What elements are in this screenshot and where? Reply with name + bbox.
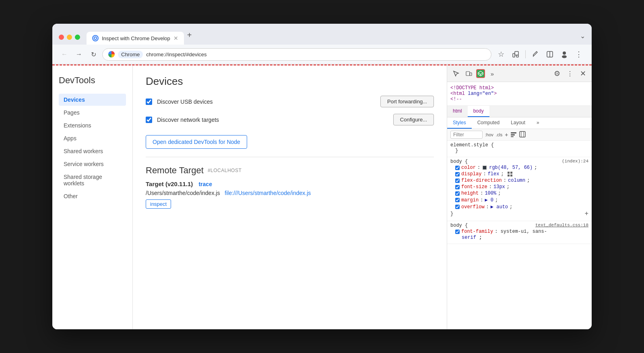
- styles-filter-input[interactable]: [450, 131, 483, 139]
- sidebar-item-devices[interactable]: Devices: [59, 94, 126, 106]
- select-element-button[interactable]: [450, 68, 462, 79]
- color-swatch: [483, 166, 487, 170]
- element-style-block: element.style { }: [447, 141, 592, 157]
- inspect-mode-button[interactable]: [519, 131, 526, 139]
- browser-toolbar: ← → ↻ Chrome chrome://inspect/#devices ☆…: [52, 45, 592, 64]
- dom-preview: <!DOCTYPE html> <html lang="en"> <!--: [447, 82, 592, 106]
- close-devtools-button[interactable]: ✕: [577, 68, 588, 79]
- svg-rect-3: [515, 51, 518, 55]
- toolbar-icons: ☆ ⋮: [495, 48, 585, 61]
- pseudo-class-button[interactable]: :hov: [485, 132, 493, 137]
- body-selector-1: body {: [450, 159, 468, 164]
- html-tab[interactable]: html: [447, 106, 468, 117]
- device-toolbar-button[interactable]: [463, 68, 475, 79]
- configure-button[interactable]: Configure...: [393, 114, 434, 125]
- sidebar-item-extensions[interactable]: Extensions: [59, 119, 126, 131]
- tab-list-button[interactable]: ⌄: [580, 32, 585, 45]
- svg-point-7: [563, 51, 566, 55]
- localhost-badge: #LOCALHOST: [208, 168, 242, 173]
- pipette-button[interactable]: [529, 48, 542, 61]
- minimize-window-button[interactable]: [67, 35, 72, 40]
- forward-button[interactable]: →: [73, 49, 85, 60]
- add-style-button[interactable]: +: [584, 210, 588, 218]
- usb-devices-row: Discover USB devices Port forwarding...: [146, 96, 434, 107]
- file-url-link[interactable]: file:///Users/stmarthe/code/index.js: [225, 190, 311, 196]
- network-targets-checkbox[interactable]: [146, 117, 152, 123]
- style-prop-font-family: font-family : system-ui, sans-: [450, 228, 588, 235]
- svg-rect-4: [516, 55, 518, 57]
- devtools-link-wrapper: Open dedicated DevTools for Node: [146, 132, 434, 149]
- style-prop-overflow: overflow : ▶ auto ;: [450, 203, 588, 210]
- svg-line-16: [481, 74, 483, 76]
- more-options-button[interactable]: ⋮: [564, 68, 576, 79]
- prop-checkbox-height[interactable]: [455, 191, 460, 196]
- maximize-window-button[interactable]: [75, 35, 80, 40]
- page-content: DevTools Devices Pages Extensions Apps S…: [52, 66, 447, 329]
- url-text: chrome://inspect/#devices: [146, 51, 485, 57]
- body-tab[interactable]: body: [468, 106, 489, 117]
- svg-marker-11: [478, 71, 483, 74]
- style-tabs: Styles Computed Layout »: [447, 117, 592, 129]
- page-title: Devices: [146, 75, 434, 88]
- open-devtools-node-button[interactable]: Open dedicated DevTools for Node: [146, 135, 247, 149]
- new-tab-button[interactable]: +: [187, 31, 192, 45]
- tab-close-button[interactable]: ✕: [173, 35, 178, 41]
- back-button[interactable]: ←: [59, 49, 70, 60]
- sidebar-item-apps[interactable]: Apps: [59, 132, 126, 144]
- bookmark-button[interactable]: ☆: [495, 48, 508, 61]
- reload-button[interactable]: ↻: [88, 49, 99, 60]
- prop-checkbox-overflow[interactable]: [455, 205, 460, 209]
- color-format-button[interactable]: [510, 131, 517, 139]
- close-window-button[interactable]: [59, 35, 64, 40]
- menu-button[interactable]: ⋮: [572, 48, 585, 61]
- add-property-button[interactable]: +: [505, 131, 508, 138]
- prop-checkbox-display[interactable]: [455, 172, 460, 176]
- svg-rect-26: [510, 174, 512, 176]
- more-tabs-button[interactable]: »: [531, 117, 545, 129]
- prop-checkbox-flex-dir[interactable]: [455, 179, 460, 183]
- style-prop-font-size: font-size : 13px ;: [450, 184, 588, 190]
- sidebar-item-shared-storage[interactable]: Shared storage worklets: [59, 171, 126, 189]
- more-tools-button[interactable]: »: [487, 68, 498, 79]
- style-prop-display: display : flex ;: [450, 171, 588, 177]
- computed-tab[interactable]: Computed: [472, 117, 505, 129]
- active-tab[interactable]: Inspect with Chrome Develop ✕: [87, 32, 184, 45]
- tab-title: Inspect with Chrome Develop: [102, 35, 170, 41]
- chrome-logo-icon: [108, 51, 115, 57]
- body-style-block-1: body { (index):24 color : rgb(48, 57, 66…: [447, 157, 592, 221]
- extensions-button[interactable]: [509, 48, 522, 61]
- sidebar: DevTools Devices Pages Extensions Apps S…: [52, 66, 133, 329]
- class-button[interactable]: .cls: [496, 132, 503, 137]
- svg-rect-24: [510, 172, 512, 174]
- svg-line-15: [478, 74, 481, 76]
- traffic-lights: [59, 35, 80, 45]
- usb-devices-label: Discover USB devices: [157, 99, 380, 105]
- body-source-2: text_defaults.css:18: [535, 223, 588, 228]
- sidebar-item-shared-workers[interactable]: Shared workers: [59, 145, 126, 157]
- split-view-button[interactable]: [543, 48, 556, 61]
- svg-rect-18: [511, 134, 515, 135]
- prop-checkbox-margin[interactable]: [455, 198, 460, 202]
- styles-tab[interactable]: Styles: [447, 117, 472, 129]
- flex-icon: [507, 171, 513, 177]
- sidebar-item-service-workers[interactable]: Service workers: [59, 158, 126, 170]
- profile-button[interactable]: [558, 48, 571, 61]
- settings-button[interactable]: ⚙: [551, 68, 563, 79]
- tab-favicon: [92, 35, 99, 41]
- prop-checkbox-font-family[interactable]: [455, 230, 460, 234]
- svg-rect-23: [508, 172, 510, 174]
- prop-checkbox-font-size[interactable]: [455, 185, 460, 189]
- trace-link[interactable]: trace: [198, 181, 212, 187]
- 3d-view-button[interactable]: [476, 69, 485, 78]
- inspect-button[interactable]: inspect: [146, 199, 171, 209]
- style-prop-height: height : 100% ;: [450, 190, 588, 197]
- layout-tab[interactable]: Layout: [505, 117, 531, 129]
- usb-devices-checkbox[interactable]: [146, 99, 152, 105]
- prop-checkbox-color[interactable]: [455, 166, 460, 170]
- devtools-panel: » ⚙ ⋮ ✕ <!DOCTYPE html> <html lang="en">…: [447, 66, 592, 329]
- address-bar[interactable]: Chrome chrome://inspect/#devices: [102, 48, 491, 61]
- port-forwarding-button[interactable]: Port forwarding...: [380, 96, 434, 107]
- remote-target-heading: Remote Target #LOCALHOST: [146, 165, 434, 176]
- sidebar-item-pages[interactable]: Pages: [59, 107, 126, 119]
- sidebar-item-other[interactable]: Other: [59, 190, 126, 202]
